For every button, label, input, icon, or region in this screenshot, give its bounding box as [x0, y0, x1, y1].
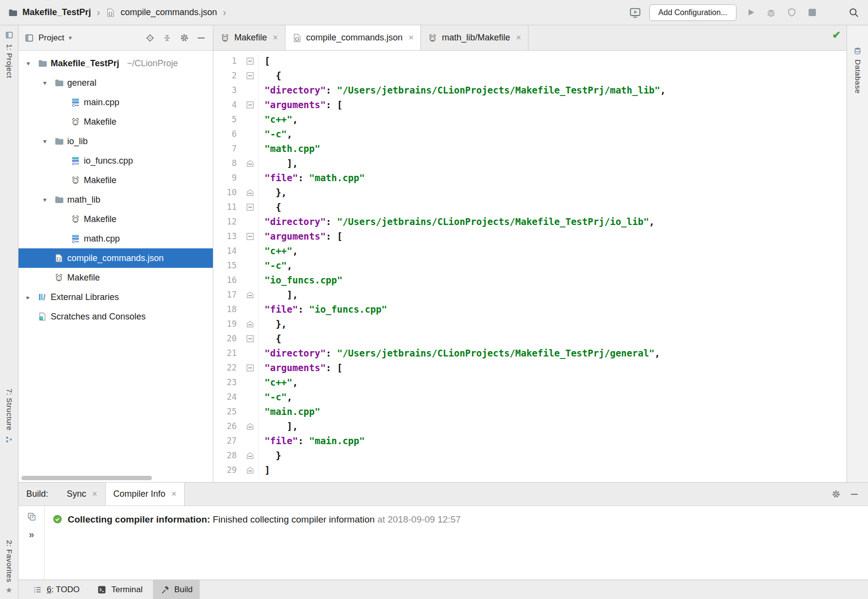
code-line-16[interactable]: 16 "io_funcs.cpp": [213, 273, 847, 287]
fold-start-icon[interactable]: [242, 335, 258, 342]
locate-file-icon[interactable]: [145, 33, 155, 43]
breadcrumb-project[interactable]: Makefile_TestPrj: [22, 7, 91, 18]
code-line-1[interactable]: 1[: [213, 54, 847, 68]
editor-tab-math-lib-makefile[interactable]: math_lib/Makefile×: [421, 25, 528, 50]
code-line-25[interactable]: 25 "main.cpp": [213, 404, 847, 419]
tree-item-external-libraries[interactable]: ▸External Libraries: [19, 287, 213, 307]
tool-button-build[interactable]: Build: [153, 580, 200, 599]
gear-icon[interactable]: [179, 33, 189, 43]
code-line-13[interactable]: 13 "arguments": [: [213, 229, 847, 243]
tool-button-database[interactable]: Database: [847, 46, 868, 94]
editor-tab-makefile[interactable]: Makefile×: [213, 25, 285, 50]
stop-icon[interactable]: [806, 6, 818, 19]
fold-end-icon[interactable]: [242, 423, 258, 430]
code-line-14[interactable]: 14 "c++",: [213, 243, 847, 258]
fold-start-icon[interactable]: [242, 72, 258, 79]
build-tab-sync[interactable]: Sync×: [59, 483, 105, 505]
code-line-20[interactable]: 20 {: [213, 331, 847, 346]
close-icon[interactable]: ×: [171, 489, 177, 499]
code-line-19[interactable]: 19 },: [213, 317, 847, 331]
tool-button-structure[interactable]: 7: Structure: [0, 389, 18, 444]
code-line-18[interactable]: 18 "file": "io_funcs.cpp": [213, 302, 847, 317]
close-icon[interactable]: ×: [516, 33, 521, 43]
code-line-23[interactable]: 23 "c++",: [213, 375, 847, 390]
tree-item-general[interactable]: ▾general: [19, 73, 213, 93]
code-line-9[interactable]: 9 "file": "math.cpp": [213, 170, 847, 185]
run-icon[interactable]: [744, 6, 757, 19]
gear-icon[interactable]: [831, 489, 841, 499]
code-line-15[interactable]: 15 "-c",: [213, 258, 847, 273]
fold-end-icon[interactable]: [242, 189, 258, 196]
tree-item-main-cpp[interactable]: C++main.cpp: [19, 93, 213, 112]
run-tool-window-icon[interactable]: [629, 6, 642, 19]
tree-item-math-cpp[interactable]: C++math.cpp: [19, 229, 213, 248]
tree-item-makefile-testprj[interactable]: ▾Makefile_TestPrj~/CLionProje: [19, 54, 213, 73]
fold-end-icon[interactable]: [242, 452, 258, 459]
code-line-4[interactable]: 4 "arguments": [: [213, 97, 847, 112]
code-line-21[interactable]: 21 "directory": "/Users/jetbrains/CLionP…: [213, 346, 847, 360]
tree-item-makefile[interactable]: Makefile: [19, 112, 213, 131]
code-line-29[interactable]: 29]: [213, 463, 847, 477]
debug-icon[interactable]: [765, 6, 777, 19]
search-everywhere-icon[interactable]: [848, 6, 860, 19]
fold-start-icon[interactable]: [242, 364, 258, 372]
add-configuration-button[interactable]: Add Configuration...: [649, 4, 736, 21]
close-icon[interactable]: ×: [273, 33, 278, 43]
editor-tab-compile-commands-json[interactable]: {}compile_commands.json×: [285, 25, 421, 50]
tree-item-math-lib[interactable]: ▾math_lib: [19, 190, 213, 209]
fold-start-icon[interactable]: [242, 101, 258, 109]
code-line-8[interactable]: 8 ],: [213, 156, 847, 170]
tool-button-favorites[interactable]: 2: Favorites ★: [0, 540, 18, 594]
code-line-5[interactable]: 5 "c++",: [213, 112, 847, 127]
close-icon[interactable]: ×: [409, 33, 414, 43]
hide-panel-icon[interactable]: [849, 489, 859, 499]
tree-item-io-funcs-cpp[interactable]: C++io_funcs.cpp: [19, 151, 213, 170]
tree-item-makefile[interactable]: Makefile: [19, 209, 213, 229]
fold-start-icon[interactable]: [242, 204, 258, 211]
tool-button-todo[interactable]: 6: TODO: [25, 580, 87, 599]
fold-end-icon[interactable]: [242, 291, 258, 299]
more-tool-icons-chevron[interactable]: »: [29, 529, 34, 539]
export-output-icon[interactable]: [27, 512, 37, 522]
chevron-down-icon[interactable]: ▾: [39, 79, 51, 87]
project-panel-title[interactable]: Project: [38, 33, 64, 43]
code-line-17[interactable]: 17 ],: [213, 287, 847, 302]
fold-end-icon[interactable]: [242, 160, 258, 167]
chevron-down-icon[interactable]: ▾: [39, 196, 51, 204]
tree-item-scratches-and-consoles[interactable]: Scratches and Consoles: [19, 307, 213, 326]
code-line-27[interactable]: 27 "file": "main.cpp": [213, 433, 847, 448]
code-line-6[interactable]: 6 "-c",: [213, 127, 847, 141]
tool-button-project[interactable]: 1: Project: [0, 30, 18, 78]
chevron-down-icon[interactable]: ▾: [69, 34, 72, 41]
code-line-24[interactable]: 24 "-c",: [213, 390, 847, 404]
code-line-3[interactable]: 3 "directory": "/Users/jetbrains/CLionPr…: [213, 83, 847, 97]
collapse-all-icon[interactable]: [162, 33, 172, 43]
close-icon[interactable]: ×: [92, 489, 97, 499]
tree-item-makefile[interactable]: Makefile: [19, 170, 213, 190]
hide-panel-icon[interactable]: [196, 33, 206, 43]
build-tab-compiler-info[interactable]: Compiler Info×: [105, 483, 185, 505]
code-line-10[interactable]: 10 },: [213, 185, 847, 200]
breadcrumb-file[interactable]: compile_commands.json: [120, 7, 217, 18]
tree-item-io-lib[interactable]: ▾io_lib: [19, 131, 213, 151]
fold-end-icon[interactable]: [242, 467, 258, 474]
fold-end-icon[interactable]: [242, 320, 258, 328]
code-line-22[interactable]: 22 "arguments": [: [213, 360, 847, 375]
tool-button-terminal[interactable]: Terminal: [90, 580, 150, 599]
code-line-26[interactable]: 26 ],: [213, 419, 847, 433]
fold-start-icon[interactable]: [242, 57, 258, 65]
chevron-down-icon[interactable]: ▾: [22, 59, 34, 67]
code-line-28[interactable]: 28 }: [213, 448, 847, 463]
code-line-11[interactable]: 11 {: [213, 200, 847, 214]
tree-item-compile-commands-json[interactable]: {}compile_commands.json: [19, 248, 213, 268]
code-line-7[interactable]: 7 "math.cpp": [213, 141, 847, 156]
tree-item-makefile[interactable]: Makefile: [19, 268, 213, 287]
chevron-right-icon[interactable]: ▸: [22, 293, 34, 301]
chevron-down-icon[interactable]: ▾: [39, 137, 51, 145]
code-line-2[interactable]: 2 {: [213, 68, 847, 83]
fold-start-icon[interactable]: [242, 233, 258, 240]
coverage-icon[interactable]: [785, 6, 798, 19]
code-line-12[interactable]: 12 "directory": "/Users/jetbrains/CLionP…: [213, 214, 847, 229]
horizontal-scrollbar[interactable]: [21, 476, 152, 480]
code-editor[interactable]: 1[2 {3 "directory": "/Users/jetbrains/CL…: [213, 51, 847, 482]
